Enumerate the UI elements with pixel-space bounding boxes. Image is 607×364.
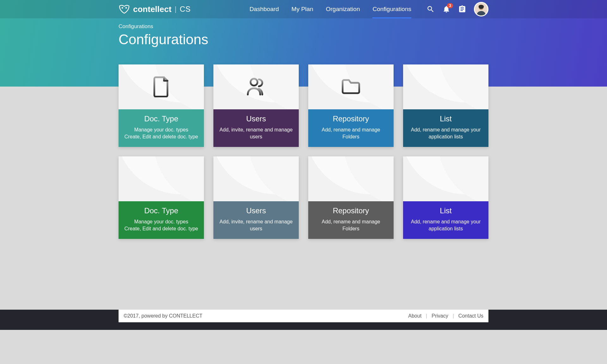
avatar-person-icon (475, 3, 487, 15)
card-title: Doc. Type (124, 206, 198, 215)
users-icon (245, 75, 267, 99)
page-title: Configurations (119, 32, 488, 47)
card-description: Add, rename and manage Folders (314, 126, 388, 140)
nav-configurations[interactable]: Configurations (372, 0, 411, 18)
clipboard-icon (458, 5, 466, 13)
config-card[interactable]: ListAdd, rename and manage your applicat… (403, 156, 488, 239)
card-title: List (409, 114, 483, 123)
owl-logo-icon (119, 5, 130, 14)
card-title: Repository (314, 206, 388, 215)
config-card[interactable]: UsersAdd, invite, rename and manage user… (213, 64, 299, 147)
card-description: Manage your doc. typesCreate, Edit and d… (124, 126, 198, 140)
config-card[interactable]: Doc. TypeManage your doc. typesCreate, E… (119, 156, 204, 239)
card-illustration (119, 156, 204, 201)
notifications-badge: 3 (447, 3, 453, 8)
config-card[interactable]: RepositoryAdd, rename and manage Folders (308, 64, 394, 147)
card-title: List (409, 206, 483, 215)
card-illustration (403, 156, 488, 201)
breadcrumb: Configurations (119, 23, 488, 30)
config-card[interactable]: UsersAdd, invite, rename and manage user… (213, 156, 299, 239)
config-card[interactable]: Doc. TypeManage your doc. typesCreate, E… (119, 64, 204, 147)
user-avatar[interactable] (474, 2, 488, 16)
config-card[interactable]: RepositoryAdd, rename and manage Folders (308, 156, 394, 239)
card-illustration (403, 64, 488, 109)
main-nav: Dashboard My Plan Organization Configura… (249, 0, 411, 18)
svg-point-0 (122, 7, 123, 9)
notifications-button[interactable]: 3 (442, 5, 451, 13)
topbar: contellect | CS Dashboard My Plan Organi… (0, 0, 607, 18)
card-illustration (308, 64, 394, 109)
footer-contact[interactable]: Contact Us (458, 313, 483, 319)
nav-organization[interactable]: Organization (326, 0, 360, 18)
card-description: Manage your doc. typesCreate, Edit and d… (124, 218, 198, 232)
svg-point-6 (251, 79, 258, 86)
card-description: Add, rename and manage your application … (409, 218, 483, 232)
search-button[interactable] (426, 5, 435, 13)
nav-my-plan[interactable]: My Plan (291, 0, 313, 18)
card-title: Users (219, 114, 293, 123)
card-illustration (213, 64, 299, 109)
card-title: Doc. Type (124, 114, 198, 123)
search-icon (426, 5, 435, 13)
footer-copyright: ©2017, powered by CONTELLECT (124, 313, 202, 319)
clipboard-button[interactable] (458, 5, 466, 13)
card-illustration (308, 156, 394, 201)
card-description: Add, invite, rename and manage users (219, 126, 293, 140)
svg-point-1 (126, 7, 127, 9)
card-description: Add, rename and manage your application … (409, 126, 483, 140)
card-title: Users (219, 206, 293, 215)
card-title: Repository (314, 114, 388, 123)
card-illustration (119, 64, 204, 109)
footer-privacy[interactable]: Privacy (432, 313, 448, 319)
nav-dashboard[interactable]: Dashboard (249, 0, 279, 18)
document-icon (150, 75, 172, 99)
brand-suffix: CS (180, 5, 191, 14)
card-illustration (213, 156, 299, 201)
footer-about[interactable]: About (408, 313, 421, 319)
footer-bar: ©2017, powered by CONTELLECT About | Pri… (0, 310, 607, 330)
card-description: Add, invite, rename and manage users (219, 218, 293, 232)
brand-name: contellect (133, 4, 171, 14)
config-card[interactable]: ListAdd, rename and manage your applicat… (403, 64, 488, 147)
folder-icon (340, 75, 362, 99)
list-icon (435, 75, 457, 99)
cards-grid: Doc. TypeManage your doc. typesCreate, E… (119, 64, 488, 239)
card-description: Add, rename and manage Folders (314, 218, 388, 232)
brand-logo[interactable]: contellect | CS (119, 4, 191, 14)
